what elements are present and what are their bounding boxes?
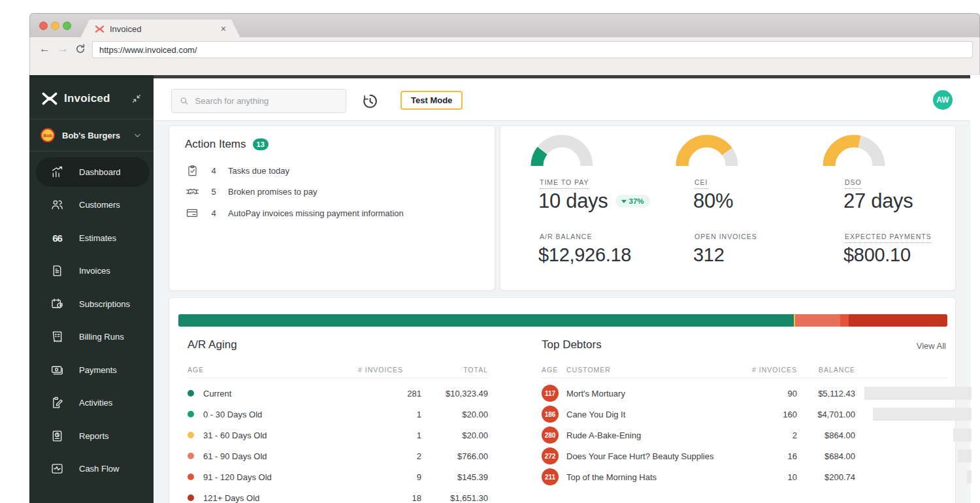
team-switcher[interactable]: Bob Bob's Burgers [29,120,154,151]
expected-payments-label: EXPECTED PAYMENTS [845,233,932,243]
browser-tab[interactable]: Invoiced × [80,20,240,38]
tab-close-icon[interactable]: × [221,24,226,34]
status-dot [188,495,194,501]
sidebar-item-cash-flow[interactable]: Cash Flow [29,453,154,486]
test-mode-badge[interactable]: Test Mode [400,91,463,110]
sidebar-item-label: Estimates [79,233,116,243]
table-row[interactable]: 117 Mort's Mortuary 90 $5,112.43 [542,383,972,404]
sidebar-item-customers[interactable]: Customers [29,189,154,222]
action-items-list: 4 Tasks due today 5 Broken promises to p… [185,160,479,224]
aging-card: A/R Aging AGE # INVOICES TOTAL Current28… [169,297,956,503]
bobs-burgers-logo: Bob [41,128,55,142]
cei-value: 80% [693,189,733,213]
aging-bar-segment [849,314,947,327]
balance-bar [864,449,972,462]
ar-aging-title: A/R Aging [188,338,237,351]
avatar[interactable]: AW [933,90,953,110]
action-item-row[interactable]: 4 Tasks due today [185,160,479,182]
browser-toolbar: ← → https://www.invoiced.com/ [29,37,980,75]
forward-arrow-icon[interactable]: → [57,42,69,56]
delta-badge: 37% [615,195,649,208]
col-invoices: # INVOICES [732,366,797,374]
refresh-icon[interactable] [74,43,86,55]
top-debtors-rows: 117 Mort's Mortuary 90 $5,112.43 186 Can… [542,383,972,487]
col-total: TOTAL [423,366,488,374]
search-icon [180,96,189,106]
search-input[interactable] [195,96,338,106]
action-item-count: 5 [199,187,228,197]
history-icon[interactable] [361,92,379,110]
balance-bar [864,470,972,483]
report-pie-icon [50,429,64,443]
table-row[interactable]: 211 Top of the Morning Hats 10 $200.74 [542,466,972,487]
table-row[interactable]: 61 - 90 Days Old2$766.00 [188,446,488,466]
brand-row: Invoiced [29,78,154,119]
table-row[interactable]: 91 - 120 Days Old9$145.39 [188,466,488,487]
sidebar-item-dashboard[interactable]: Dashboard [29,155,154,189]
sidebar-item-activities[interactable]: Activities [29,387,154,420]
dashboard-chart-icon [50,165,64,179]
search-box[interactable] [171,89,346,113]
handshake-icon [185,185,199,199]
triangle-down-icon [621,200,627,203]
app-topbar: Test Mode AW [154,78,970,121]
sidebar-item-subscriptions[interactable]: Subscriptions [29,287,154,321]
browser-window: Invoiced × ← → https://www.invoiced.com/ [29,13,980,503]
action-item-row[interactable]: 4 AutoPay invoices missing payment infor… [185,203,479,224]
aging-bar-segment [178,314,794,327]
chevron-down-icon [133,131,142,140]
sidebar-item-label: Invoices [79,266,110,276]
url-bar[interactable]: https://www.invoiced.com/ [92,41,973,58]
collapse-sidebar-icon[interactable] [131,93,142,104]
status-dot [188,474,194,480]
screenshot-stage: Invoiced × ← → https://www.invoiced.com/ [0,0,980,503]
balance-bar [864,429,972,442]
action-item-row[interactable]: 5 Broken promises to pay [185,182,479,203]
open-invoices-value: 312 [693,244,725,266]
col-customer: CUSTOMER [566,366,611,374]
zoom-window-button[interactable] [63,22,71,30]
time-to-pay-gauge [531,135,593,167]
back-arrow-icon[interactable]: ← [39,42,50,56]
time-to-pay-label: TIME TO PAY [540,178,589,189]
status-dot [188,390,194,397]
action-items-header: Action Items 13 [185,138,269,151]
age-badge: 280 [542,427,559,444]
close-window-button[interactable] [39,22,48,30]
table-row[interactable]: 186 Cane You Dig It 160 $4,701.00 [542,404,972,425]
sidebar-item-estimates[interactable]: 66 Estimates [29,221,154,255]
status-dot [188,453,194,459]
table-row[interactable]: 280 Rude A-Bake-Ening 2 $864.00 [542,425,972,446]
sidebar-item-reports[interactable]: Reports [29,419,154,453]
age-badge: 186 [542,406,559,423]
test-mode-label: Test Mode [411,95,452,105]
dso-label: DSO [845,178,862,189]
minimize-window-button[interactable] [51,22,59,30]
credit-card-icon [185,206,199,219]
divider [29,151,154,152]
top-debtors-title: Top Debtors [542,338,602,351]
aging-bar-segment [795,314,840,327]
col-balance: BALANCE [790,366,855,374]
tab-title: Invoiced [110,24,216,34]
table-row[interactable]: 121+ Days Old18$1,651.30 [188,487,488,503]
action-item-label: AutoPay invoices missing payment informa… [228,208,404,218]
team-name: Bob's Burgers [62,131,125,140]
view-all-link[interactable]: View All [917,341,946,351]
table-row[interactable]: 31 - 60 Days Old1$20.00 [188,425,488,446]
table-row[interactable]: 0 - 30 Days Old1$20.00 [188,404,488,425]
table-row[interactable]: Current281$10,323.49 [188,383,488,404]
action-item-count: 4 [199,166,228,176]
age-badge: 117 [542,385,559,402]
sidebar-item-payments[interactable]: Payments [29,353,154,387]
receipt-icon [50,330,64,344]
table-row[interactable]: 272 Does Your Face Hurt? Beauty Supplies… [542,446,972,466]
sidebar-item-invoices[interactable]: Invoices [29,255,154,288]
divider [542,378,947,378]
sidebar-item-billing-runs[interactable]: Billing Runs [29,321,154,354]
col-age: AGE [188,366,204,374]
sidebar-item-label: Cash Flow [79,464,119,474]
divider [188,378,488,378]
invoice-document-icon [50,264,64,278]
brand-name: Invoiced [64,92,131,105]
